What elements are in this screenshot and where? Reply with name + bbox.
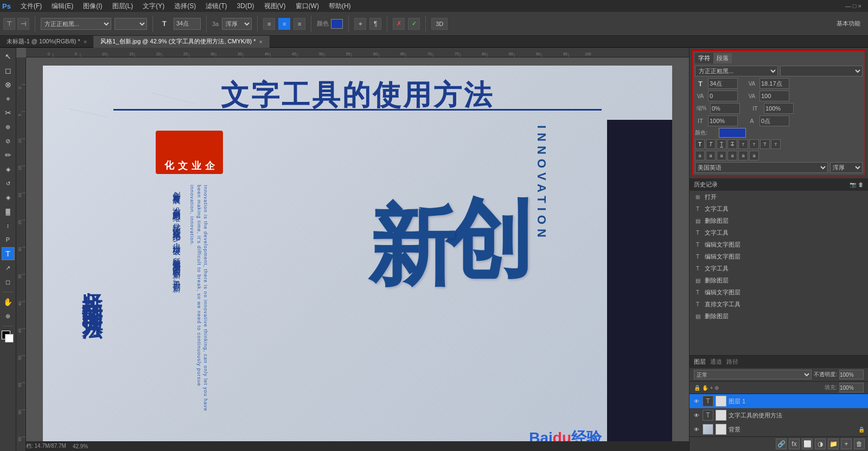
tab-close-1[interactable]: × — [259, 38, 263, 45]
history-item-1[interactable]: T 文字工具 — [690, 203, 868, 215]
font-size-input[interactable] — [174, 18, 201, 30]
tab-untitled[interactable]: 未标题-1 @ 100%(RGB/8) * × — [0, 36, 94, 48]
history-item-5[interactable]: T 编辑文字图层 — [690, 250, 868, 262]
menu-image[interactable]: 图像(I) — [79, 1, 106, 12]
layer-vis-0[interactable]: 👁 — [693, 397, 700, 405]
paths-tab[interactable]: 路径 — [726, 358, 738, 366]
tab-innovation[interactable]: 风格1_创新.jpg @ 42.9% (文字工具的使用方法, CMYK/8) *… — [94, 36, 270, 48]
extra-btn-4[interactable]: a — [727, 151, 737, 160]
history-item-3[interactable]: T 文字工具 — [690, 227, 868, 239]
history-item-4[interactable]: T 编辑文字图层 — [690, 239, 868, 250]
zoom-btn[interactable]: ⊕ — [2, 310, 15, 323]
menu-select[interactable]: 选择(S) — [170, 1, 200, 12]
char-style-select[interactable] — [780, 66, 863, 76]
layer-fx-btn[interactable]: fx — [789, 439, 800, 449]
blend-mode-select[interactable]: 正常 — [694, 370, 812, 379]
menu-layer[interactable]: 图层(L) — [108, 1, 138, 12]
font-style-select[interactable] — [114, 18, 147, 30]
eraser-btn[interactable]: ◈ — [2, 191, 15, 204]
layer-vis-1[interactable]: 👁 — [693, 411, 700, 419]
history-trash-btn[interactable]: 🗑 — [858, 182, 864, 188]
history-item-0[interactable]: ⊞ 打开 — [690, 191, 868, 203]
magic-wand-btn[interactable]: ⌖ — [2, 92, 15, 105]
history-item-2[interactable]: ▤ 删除图层 — [690, 215, 868, 227]
layer-mask-btn[interactable]: ⬜ — [802, 439, 813, 449]
confirm-text-btn[interactable]: ✓ — [408, 18, 420, 30]
extra-btn-1[interactable]: a — [695, 151, 705, 160]
color-swatch[interactable] — [331, 19, 343, 29]
background-color[interactable] — [5, 334, 14, 343]
subscript-btn[interactable]: T — [749, 139, 759, 149]
baseline-field[interactable] — [760, 115, 789, 126]
menu-3d[interactable]: 3D(D) — [233, 1, 259, 11]
history-item-9[interactable]: T 直排文字工具 — [690, 298, 868, 310]
menu-window[interactable]: 窗口(W) — [291, 1, 323, 12]
hand-btn[interactable]: ✋ — [2, 295, 15, 308]
font-family-select[interactable]: 方正正粗黑... — [41, 18, 111, 30]
new-layer-btn[interactable]: + — [841, 439, 852, 449]
stamp-btn[interactable]: ◈ — [2, 163, 15, 176]
adjustment-layer-btn[interactable]: ◑ — [815, 439, 826, 449]
lasso-tool-btn[interactable]: ⊗ — [2, 78, 15, 91]
text-horizontal-btn[interactable]: ⊤ — [3, 18, 15, 30]
underline-btn[interactable]: T — [717, 139, 726, 149]
workspace-mode[interactable]: 基本功能 — [837, 20, 865, 28]
healing-btn[interactable]: ⊘ — [2, 134, 15, 147]
warp-text-btn[interactable]: ⌖ — [354, 18, 366, 30]
shape-btn[interactable]: ◻ — [2, 275, 15, 288]
crop-tool-btn[interactable]: ✂ — [2, 106, 15, 119]
gradient-btn[interactable]: ▓ — [2, 205, 15, 218]
pen-btn[interactable]: P — [2, 233, 15, 246]
fg-bg-colors[interactable] — [2, 331, 15, 344]
paragraph-btn[interactable]: ¶ — [369, 18, 381, 30]
language-select[interactable]: 美国英语 — [695, 162, 828, 173]
tab-close-0[interactable]: × — [84, 38, 87, 45]
text-vertical-btn[interactable]: ⊣ — [17, 18, 29, 30]
kerning-field[interactable] — [708, 91, 738, 101]
layer-row-0[interactable]: 👁 T 图层 1 — [690, 394, 868, 408]
opacity-input[interactable] — [839, 370, 864, 379]
layer-row-2[interactable]: 👁 背景 🔒 — [690, 422, 868, 436]
align-center-btn[interactable]: ≡ — [278, 18, 290, 30]
layer-row-1[interactable]: 👁 T 文字工具的使用方法 — [690, 408, 868, 422]
menu-filter[interactable]: 滤镜(T) — [201, 1, 231, 12]
menu-type[interactable]: 文字(Y) — [138, 1, 169, 12]
char-color-swatch[interactable] — [719, 128, 746, 138]
menu-help[interactable]: 帮助(H) — [324, 1, 355, 12]
layer-vis-2[interactable]: 👁 — [693, 426, 700, 433]
marquee-tool-btn[interactable]: ◻ — [2, 64, 15, 77]
italic-btn[interactable]: T — [706, 139, 716, 149]
char-anti-alias-select[interactable]: 浑厚 — [830, 162, 863, 173]
history-item-6[interactable]: T 文字工具 — [690, 262, 868, 274]
char-font-select[interactable]: 方正正粗黑... — [695, 66, 778, 76]
vert-scale-field[interactable] — [710, 103, 740, 114]
allcaps-btn[interactable]: T — [760, 139, 770, 149]
delete-layer-btn[interactable]: 🗑 — [854, 439, 865, 449]
dodge-btn[interactable]: ↕ — [2, 219, 15, 232]
smallcaps-btn[interactable]: T — [771, 139, 781, 149]
anti-alias-select[interactable]: 浑厚 — [222, 18, 252, 30]
history-snap-btn[interactable]: 📷 — [850, 182, 856, 188]
menu-file[interactable]: 文件(F) — [16, 1, 46, 12]
extra-btn-5[interactable]: a — [738, 151, 748, 160]
history-brush-btn[interactable]: ↺ — [2, 177, 15, 190]
history-item-8[interactable]: T 编辑文字图层 — [690, 286, 868, 298]
para-tab[interactable]: 段落 — [713, 53, 732, 63]
char-tab[interactable]: 字符 — [695, 53, 713, 63]
3d-btn[interactable]: 3D — [431, 18, 448, 30]
font-size-field[interactable] — [708, 78, 738, 89]
menu-edit[interactable]: 编辑(E) — [47, 1, 78, 12]
cancel-text-btn[interactable]: ✗ — [393, 18, 405, 30]
bold-btn[interactable]: T — [695, 139, 705, 149]
menu-view[interactable]: 视图(V) — [260, 1, 290, 12]
superscript-btn[interactable]: T — [738, 139, 748, 149]
history-item-10[interactable]: ▤ 删除图层 — [690, 310, 868, 322]
fill-input[interactable] — [839, 383, 864, 392]
layer-group-btn[interactable]: 📁 — [828, 439, 839, 449]
brush-btn[interactable]: ✏ — [2, 149, 15, 162]
strikethrough-btn[interactable]: T — [727, 139, 737, 149]
canvas-scroll[interactable]: 文字工具的使用方法 竖排文字的输入方法 企业文化 — [26, 57, 689, 441]
eyedropper-btn[interactable]: ⊕ — [2, 120, 15, 133]
channels-tab[interactable]: 通道 — [710, 358, 722, 366]
text-tool-btn[interactable]: T — [2, 247, 15, 260]
